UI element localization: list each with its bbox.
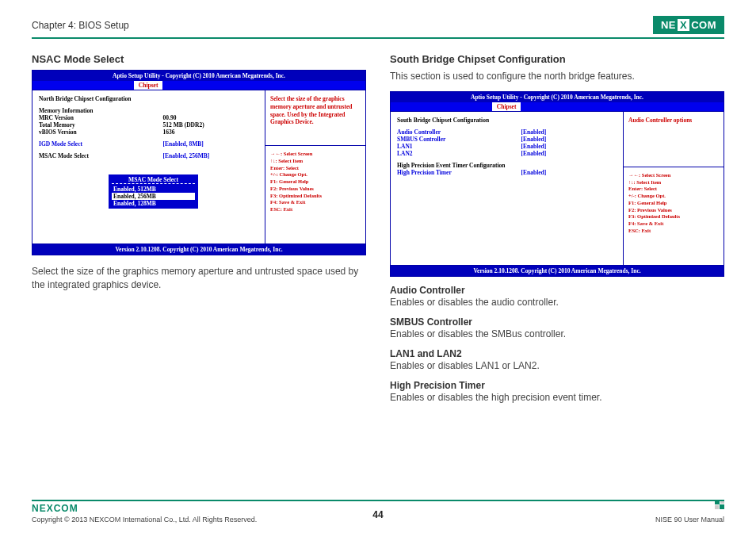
bios-footer: Version 2.10.1208. Copyright (C) 2010 Am… bbox=[32, 244, 365, 255]
right-column: South Bridge Chipset Configuration This … bbox=[390, 53, 724, 408]
footer-bar: NEXCOM Copyright © 2013 NEXCOM Internati… bbox=[32, 500, 724, 523]
msac-popup: MSAC Mode Select Enabled, 512MB Enabled,… bbox=[108, 174, 199, 209]
tab-chipset[interactable]: Chipset bbox=[134, 81, 163, 90]
igd-mode-select[interactable]: IGD Mode Select[Enabled, 8MB] bbox=[39, 140, 258, 148]
header-bar: Chapter 4: BIOS Setup NEXCOM bbox=[32, 16, 724, 39]
high-precision-timer[interactable]: High Precision Timer[Enabled] bbox=[397, 169, 617, 176]
bios-title: Aptio Setup Utility - Copyright (C) 2010… bbox=[32, 71, 365, 81]
page-number: 44 bbox=[372, 509, 383, 520]
bios-tabs: Chipset bbox=[32, 81, 365, 90]
audio-controller-title: Audio Controller bbox=[390, 285, 724, 296]
popup-opt-512[interactable]: Enabled, 512MB bbox=[112, 186, 195, 193]
bios-help-text: Select the size of the graphics memory a… bbox=[265, 90, 365, 146]
footer-logo: NEXCOM bbox=[32, 503, 257, 514]
bios-panel-left: Aptio Setup Utility - Copyright (C) 2010… bbox=[32, 70, 366, 255]
mem-info: Memory Information bbox=[39, 107, 258, 114]
left-column: NSAC Mode Select Aptio Setup Utility - C… bbox=[32, 53, 366, 408]
lan-title: LAN1 and LAN2 bbox=[390, 348, 724, 359]
smbus-controller[interactable]: SMBUS Controller[Enabled] bbox=[397, 136, 617, 143]
north-bridge-heading: North Bridge Chipset Configuration bbox=[39, 95, 258, 102]
bios-panel-right: Aptio Setup Utility - Copyright (C) 2010… bbox=[390, 91, 724, 277]
south-bridge-heading: South Bridge Chipset Configuration bbox=[397, 117, 617, 124]
left-section-title: NSAC Mode Select bbox=[32, 53, 366, 65]
hpt-title: High Precision Timer bbox=[390, 380, 724, 391]
lan1[interactable]: LAN1[Enabled] bbox=[397, 143, 617, 150]
msac-mode-select[interactable]: MSAC Mode Select[Enabled, 256MB] bbox=[39, 152, 258, 159]
left-caption: Select the size of the graphics memory a… bbox=[32, 265, 366, 292]
copyright: Copyright © 2013 NEXCOM International Co… bbox=[32, 516, 257, 523]
smbus-controller-title: SMBUS Controller bbox=[390, 316, 724, 328]
tab-chipset-r[interactable]: Chipset bbox=[492, 102, 521, 111]
right-section-title: South Bridge Chipset Configuration bbox=[390, 53, 724, 65]
bios-key-help: →←: Select Screen ↑↓: Select Item Enter:… bbox=[265, 146, 365, 243]
manual-name: NISE 90 User Manual bbox=[655, 516, 724, 523]
popup-opt-256[interactable]: Enabled, 256MB bbox=[112, 193, 195, 200]
right-intro: This section is used to configure the no… bbox=[390, 70, 724, 83]
brand-logo: NEXCOM bbox=[653, 16, 724, 34]
lan2[interactable]: LAN2[Enabled] bbox=[397, 150, 617, 157]
audio-controller[interactable]: Audio Controller[Enabled] bbox=[397, 128, 617, 136]
chapter-title: Chapter 4: BIOS Setup bbox=[32, 20, 129, 31]
popup-opt-128[interactable]: Enabled, 128MB bbox=[112, 200, 195, 207]
